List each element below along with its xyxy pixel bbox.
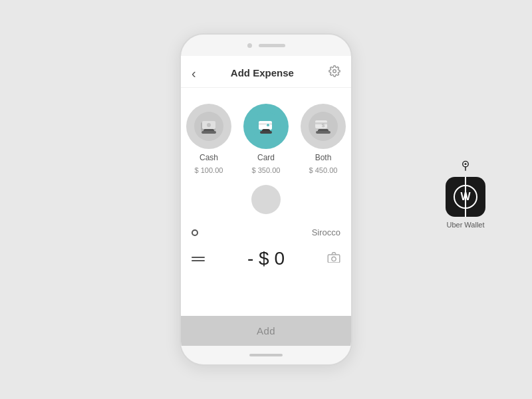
menu-icon bbox=[192, 257, 205, 261]
phone-top bbox=[181, 35, 351, 56]
phone-speaker bbox=[259, 44, 285, 47]
payment-method-card[interactable]: Card $ 350.00 bbox=[243, 104, 289, 174]
header: ‹ Add Expense bbox=[181, 56, 351, 88]
svg-text:$: $ bbox=[322, 122, 325, 128]
card-label: Card bbox=[257, 153, 275, 162]
svg-rect-18 bbox=[316, 131, 331, 134]
amount-display: - $ 0 bbox=[211, 248, 321, 269]
location-row: Sirocco bbox=[181, 221, 351, 244]
location-label: Sirocco bbox=[205, 227, 340, 237]
cash-label: Cash bbox=[200, 153, 218, 162]
cash-amount: $ 100.00 bbox=[195, 166, 223, 174]
amount-row: - $ 0 bbox=[181, 244, 351, 276]
svg-rect-9 bbox=[259, 123, 272, 125]
wallet-w-letter: W bbox=[460, 191, 470, 203]
svg-point-0 bbox=[333, 70, 336, 73]
add-button[interactable]: Add bbox=[181, 316, 351, 346]
location-dot-icon bbox=[192, 229, 198, 236]
menu-line-2 bbox=[192, 260, 205, 261]
page-title: Add Expense bbox=[231, 67, 294, 78]
menu-line-1 bbox=[192, 257, 205, 258]
payment-method-both[interactable]: $ Both $ 450.00 bbox=[301, 104, 346, 174]
card-icon-circle bbox=[243, 104, 289, 149]
card-amount: $ 350.00 bbox=[252, 166, 281, 174]
payment-method-cash[interactable]: Cash $ 100.00 bbox=[186, 104, 231, 174]
settings-icon[interactable] bbox=[329, 65, 340, 80]
both-icon-circle: $ bbox=[301, 104, 346, 149]
phone-bottom bbox=[181, 346, 351, 364]
svg-point-20 bbox=[332, 257, 336, 261]
svg-rect-6 bbox=[201, 131, 216, 134]
scene: ‹ Add Expense bbox=[0, 0, 532, 399]
phone-shell: ‹ Add Expense bbox=[180, 33, 352, 366]
avatar-row bbox=[181, 182, 351, 221]
svg-point-12 bbox=[267, 124, 270, 127]
screen: ‹ Add Expense bbox=[181, 56, 351, 346]
camera-icon[interactable] bbox=[327, 252, 340, 265]
svg-point-22 bbox=[464, 163, 466, 165]
wallet-label: Uber Wallet bbox=[446, 221, 484, 229]
svg-rect-8 bbox=[259, 121, 272, 130]
phone-camera bbox=[247, 43, 252, 48]
svg-point-4 bbox=[207, 123, 211, 127]
back-button[interactable]: ‹ bbox=[192, 66, 196, 80]
both-label: Both bbox=[315, 153, 332, 162]
wallet-app-icon[interactable]: W bbox=[446, 177, 485, 217]
both-amount: $ 450.00 bbox=[309, 166, 338, 174]
uber-wallet-widget: W Uber Wallet bbox=[446, 160, 485, 229]
wallet-circle: W bbox=[454, 185, 477, 209]
avatar bbox=[251, 185, 281, 214]
cash-icon-circle bbox=[186, 104, 231, 149]
wallet-pin-icon bbox=[459, 160, 472, 173]
payment-methods: Cash $ 100.00 bbox=[181, 88, 351, 182]
home-indicator bbox=[249, 354, 283, 356]
svg-rect-11 bbox=[260, 131, 272, 134]
